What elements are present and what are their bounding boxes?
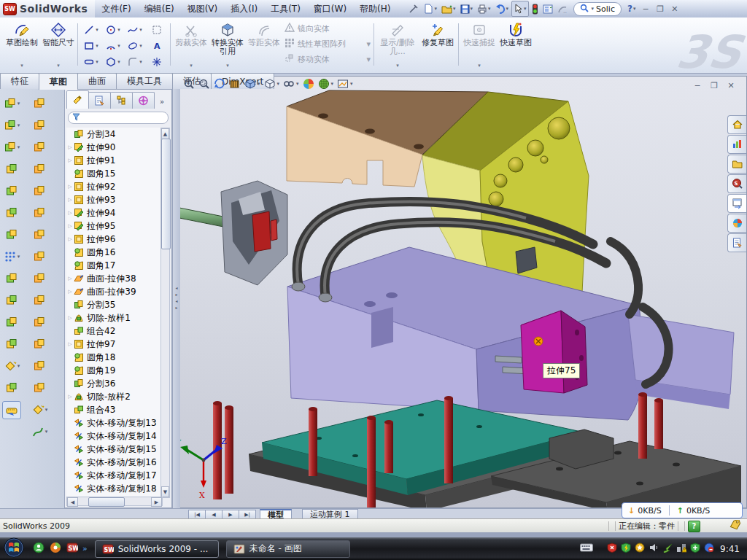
combine-bodies-button[interactable] bbox=[3, 292, 20, 308]
close-button[interactable]: ✕ bbox=[668, 4, 681, 15]
sketch-button[interactable]: 草图绘制 ▾ bbox=[4, 20, 39, 69]
tree-item[interactable]: ▷拉伸96 bbox=[66, 233, 163, 246]
planar-surface-button[interactable] bbox=[31, 226, 48, 243]
repair-sketch-button[interactable]: 修复草图 bbox=[420, 20, 455, 69]
vertical-scroll-thumb[interactable] bbox=[161, 139, 171, 249]
linear-pattern-button[interactable]: ▾ bbox=[3, 248, 20, 265]
expand-icon[interactable]: ▷ bbox=[66, 144, 74, 150]
expand-icon[interactable]: ▷ bbox=[66, 197, 74, 203]
trim-surface-button[interactable] bbox=[31, 292, 48, 308]
rebuild-stoplight-button[interactable] bbox=[530, 1, 540, 16]
tree-item[interactable]: 实体-移动/复制15 bbox=[66, 443, 163, 456]
view-orientation-button[interactable]: ▾ bbox=[244, 77, 261, 90]
file-explorer-tab[interactable] bbox=[727, 155, 746, 174]
tree-item[interactable]: 组合43 bbox=[66, 403, 163, 416]
search-input[interactable]: ▾ Solic bbox=[573, 2, 622, 16]
expand-icon[interactable]: ▷ bbox=[66, 236, 74, 242]
previous-view-button[interactable] bbox=[213, 77, 226, 90]
menu-编辑(E)[interactable]: 编辑(E) bbox=[138, 1, 181, 18]
apply-scene-button[interactable]: ▾ bbox=[317, 77, 335, 90]
tree-item[interactable]: ▷拉伸93 bbox=[66, 193, 163, 206]
antivirus-shield-tray-icon[interactable] bbox=[690, 542, 700, 555]
spline-button[interactable]: ▾ bbox=[124, 22, 146, 38]
tree-item[interactable]: 分割34 bbox=[66, 128, 163, 141]
section-view-button[interactable] bbox=[228, 77, 241, 90]
offset-surface-button[interactable] bbox=[31, 248, 48, 265]
panel-tab-property-manager[interactable] bbox=[88, 92, 111, 109]
design-library-tab[interactable] bbox=[727, 135, 746, 154]
graphics-viewport[interactable]: Y Z X bbox=[172, 76, 747, 508]
expand-icon[interactable]: ▷ bbox=[66, 276, 74, 281]
move-copy-body-button[interactable] bbox=[3, 335, 20, 352]
draft-button[interactable] bbox=[3, 226, 20, 243]
expand-icon[interactable]: ▷ bbox=[66, 184, 74, 190]
taskbar-task-SolidWorks 2009 - ...[interactable]: SWSolidWorks 2009 - ... bbox=[95, 540, 219, 558]
tree-item[interactable]: 实体-移动/复制17 bbox=[66, 469, 163, 482]
scroll-left-icon[interactable]: ◀ bbox=[67, 497, 78, 507]
restore-button[interactable]: ❐ bbox=[654, 4, 666, 15]
help-button[interactable]: ?▾ bbox=[626, 1, 637, 16]
lofted-surface-button[interactable] bbox=[31, 160, 48, 177]
slot-button[interactable]: ▾ bbox=[80, 54, 102, 70]
instant3d-button[interactable] bbox=[2, 401, 21, 419]
tree-item[interactable]: ▷曲面-拉伸38 bbox=[66, 272, 163, 285]
keyboard-tray-icon[interactable] bbox=[580, 543, 593, 554]
ejector-pin[interactable] bbox=[444, 398, 453, 483]
pin-button[interactable] bbox=[407, 1, 420, 16]
open-file-button[interactable]: ▾ bbox=[440, 1, 457, 16]
ejector-pin[interactable] bbox=[384, 422, 393, 473]
smart-dimension-caret-icon[interactable]: ▾ bbox=[57, 63, 60, 69]
menu-工具(T)[interactable]: 工具(T) bbox=[264, 1, 307, 18]
boundary-surface-button[interactable] bbox=[31, 182, 48, 199]
menu-插入(I)[interactable]: 插入(I) bbox=[224, 1, 264, 18]
search-scope-caret-icon[interactable]: ▾ bbox=[592, 6, 595, 12]
delete-face-button[interactable] bbox=[31, 314, 48, 330]
revolved-surface-button[interactable] bbox=[31, 117, 48, 133]
magenta-block[interactable] bbox=[521, 311, 587, 393]
sketch-caret-icon[interactable]: ▾ bbox=[20, 63, 23, 69]
edit-appearance-button[interactable] bbox=[302, 77, 315, 90]
splitter-grip-icon[interactable]: ◂▸◂▸ bbox=[174, 284, 179, 314]
point-button[interactable] bbox=[146, 54, 168, 70]
tree-item[interactable]: ▷拉伸94 bbox=[66, 206, 163, 219]
reference-plane-button[interactable] bbox=[3, 379, 20, 396]
revolved-boss-button[interactable] bbox=[3, 160, 20, 177]
swept-surface-button[interactable] bbox=[31, 139, 48, 155]
minimize-button[interactable]: ─ bbox=[639, 4, 651, 15]
text-button[interactable]: A bbox=[146, 38, 168, 54]
expand-icon[interactable]: ▷ bbox=[66, 210, 74, 216]
selection-box-button[interactable] bbox=[146, 22, 168, 38]
expand-icon[interactable]: ▷ bbox=[66, 315, 74, 321]
signal-tray-icon[interactable] bbox=[662, 542, 673, 555]
rib-button[interactable] bbox=[3, 204, 20, 221]
power-manager-tray-icon[interactable] bbox=[621, 542, 631, 555]
zoom-area-button[interactable] bbox=[198, 77, 211, 90]
tab-草图[interactable]: 草图 bbox=[39, 73, 78, 90]
base-plates[interactable] bbox=[249, 400, 741, 508]
ejector-pin[interactable] bbox=[225, 408, 233, 494]
reference-point-button[interactable]: ▾ bbox=[31, 401, 48, 418]
extruded-cut-button[interactable]: ▾ bbox=[3, 117, 20, 133]
fillet-button[interactable]: ▾ bbox=[3, 139, 20, 155]
taskbar-task-未命名 - 画图[interactable]: 未命名 - 画图 bbox=[226, 540, 350, 558]
tree-item[interactable]: 实体-移动/复制13 bbox=[66, 416, 163, 429]
smart-dimension-button[interactable]: 智能尺寸 ▾ bbox=[41, 20, 76, 69]
lofted-boss-button[interactable] bbox=[3, 182, 20, 199]
shell-button[interactable] bbox=[3, 270, 20, 287]
sketch-entity-button[interactable]: .. bbox=[556, 1, 569, 16]
menu-帮助(H)[interactable]: 帮助(H) bbox=[353, 1, 397, 18]
tree-item[interactable]: 组合42 bbox=[66, 324, 163, 338]
print-button[interactable]: ▾ bbox=[476, 1, 492, 16]
select-cursor-button[interactable]: ▾ bbox=[511, 1, 529, 17]
tree-item[interactable]: ▷拉伸91 bbox=[66, 154, 163, 167]
display-style-button[interactable]: ▾ bbox=[263, 77, 281, 90]
doc-minimize-button[interactable]: ─ bbox=[692, 80, 703, 90]
tree-item[interactable]: 实体-移动/复制14 bbox=[66, 429, 163, 443]
extruded-surface-button[interactable] bbox=[31, 95, 48, 112]
menu-窗口(W)[interactable]: 窗口(W) bbox=[307, 1, 353, 18]
tree-item[interactable]: ▷切除-放样1 bbox=[66, 311, 163, 324]
tree-item[interactable]: ▷拉伸90 bbox=[66, 141, 163, 154]
panel-tab-configuration-manager[interactable] bbox=[110, 92, 133, 109]
tree-item[interactable]: 分割36 bbox=[66, 377, 163, 390]
extend-surface-button[interactable] bbox=[31, 335, 48, 352]
